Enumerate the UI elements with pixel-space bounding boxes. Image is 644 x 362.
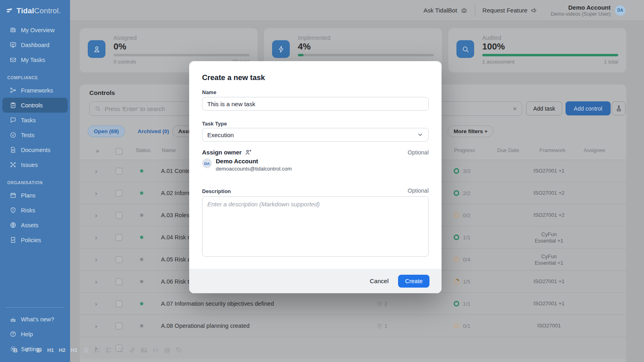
progress-ring-icon [453, 300, 460, 307]
status-dot [140, 191, 143, 195]
owner-row[interactable]: DA Demo Account demoaccounts@tidalcontro… [202, 158, 292, 172]
sidebar-item-help[interactable]: Help [2, 327, 68, 341]
sidebar-item-documents[interactable]: Documents [2, 142, 68, 157]
expand-all-icon[interactable]: » [96, 147, 99, 154]
account-avatar[interactable]: DA [615, 5, 625, 16]
flask-button[interactable] [612, 101, 625, 115]
column-header-progress[interactable]: Progress [454, 147, 475, 153]
row-expand-icon[interactable]: › [95, 249, 97, 271]
task-list-icon[interactable] [105, 344, 112, 356]
sidebar-item-plans[interactable]: Plans [2, 188, 68, 203]
brand-name: TidalControl. [17, 6, 61, 15]
row-checkbox[interactable] [116, 212, 122, 219]
framework-cell: CyFunEssential +1 [518, 231, 580, 244]
cancel-button[interactable]: Cancel [370, 278, 389, 284]
row-expand-icon[interactable]: › [95, 293, 97, 315]
select-all-checkbox[interactable] [116, 148, 122, 155]
heading-2-button[interactable]: H2 [59, 344, 66, 356]
row-expand-icon[interactable]: › [95, 160, 97, 182]
link-icon[interactable] [129, 344, 136, 356]
sidebar-divider [6, 307, 64, 308]
image-icon[interactable] [140, 344, 147, 356]
column-header-due-date[interactable]: Due Date [497, 147, 519, 153]
brand-mark-icon [6, 7, 14, 14]
sidebar-item-label: Plans [21, 192, 35, 199]
row-checkbox[interactable] [116, 190, 122, 197]
policy-icon [10, 237, 17, 243]
sidebar-item-tests[interactable]: Tests [2, 128, 68, 142]
row-checkbox[interactable] [116, 234, 122, 241]
status-dot [140, 280, 143, 283]
row-checkbox[interactable] [116, 168, 122, 175]
blockquote-icon[interactable] [117, 344, 124, 356]
code-icon[interactable] [152, 344, 159, 356]
owner-name: Demo Account [216, 158, 292, 165]
framework-cell: ISO27001 [518, 323, 580, 329]
row-checkbox[interactable] [116, 278, 122, 285]
sidebar-item-my-tasks[interactable]: My Tasks [2, 52, 68, 67]
tab-archived[interactable]: Archived (0) [132, 125, 175, 137]
stats-card-label: Audited [482, 35, 501, 41]
row-expand-icon[interactable]: › [95, 182, 97, 204]
more-filters-button[interactable]: More filters + [448, 125, 493, 137]
row-expand-icon[interactable]: › [95, 226, 97, 249]
progress-count: 1/5 [463, 271, 471, 293]
row-checkbox[interactable] [116, 300, 122, 307]
sidebar-item-risks[interactable]: Risks [2, 203, 68, 218]
task-type-select[interactable]: Execution [202, 128, 429, 142]
heading-1-button[interactable]: H1 [47, 344, 54, 356]
sidebar-item-assets[interactable]: Assets [2, 218, 68, 232]
ordered-list-icon[interactable] [94, 344, 101, 356]
sidebar-item-frameworks[interactable]: Frameworks [2, 83, 68, 98]
column-header-framework[interactable]: Framework [539, 147, 566, 153]
account-menu[interactable]: Demo Account Demo-videos (Super User) [551, 4, 611, 17]
tag-icon [175, 347, 182, 354]
bullet-list-icon[interactable] [82, 344, 89, 356]
stats-card-label: Implemented [298, 35, 330, 41]
tag-icon[interactable] [175, 344, 182, 356]
column-header-status[interactable]: Status [136, 147, 151, 153]
sidebar-item-my-overview[interactable]: My Overview [2, 23, 68, 37]
table-row[interactable]: ›A.07 Information security objectives de… [80, 292, 626, 315]
row-checkbox[interactable] [116, 323, 122, 329]
column-header-name[interactable]: Name [162, 147, 176, 153]
request-feature-button[interactable]: Request Feature [475, 0, 545, 21]
flask-icon [615, 105, 622, 112]
add-task-button[interactable]: Add task [526, 101, 562, 115]
control-name: A.02 Inform [161, 182, 191, 204]
sidebar-item-tasks[interactable]: Tasks [2, 113, 68, 128]
person-plus-icon[interactable] [245, 149, 252, 156]
topbar: Ask TidalBot Request Feature Demo Accoun… [70, 0, 644, 21]
description-textarea[interactable] [202, 196, 429, 257]
mention-icon[interactable]: @ [164, 344, 171, 356]
progress-count: 0/2 [463, 204, 471, 226]
tab-open[interactable]: Open (69) [88, 125, 125, 137]
ask-tidalbot-button[interactable]: Ask TidalBot [416, 0, 475, 21]
status-dot [140, 236, 143, 239]
sidebar-section-compliance: COMPLIANCE [0, 67, 70, 83]
heading-3-button[interactable]: H3 [70, 344, 77, 356]
italic-button[interactable]: I [24, 344, 31, 356]
bold-button[interactable]: B [12, 344, 19, 356]
row-expand-icon[interactable]: › [95, 204, 97, 226]
add-control-button[interactable]: Add control [566, 101, 611, 115]
row-checkbox[interactable] [116, 256, 122, 263]
sidebar-item-issues[interactable]: Issues [2, 157, 68, 172]
column-header-assignee[interactable]: Assignee [584, 147, 605, 153]
sidebar-item-controls[interactable]: Controls [2, 98, 68, 113]
row-expand-icon[interactable]: › [95, 271, 97, 293]
task-name-input[interactable] [202, 97, 429, 111]
progress-ring-icon [453, 168, 460, 174]
sidebar-item-label: Issues [21, 162, 38, 168]
search-clear-icon[interactable]: × [513, 105, 517, 112]
sidebar-item-what-s-new[interactable]: What's new? [2, 312, 68, 327]
row-expand-icon[interactable]: › [95, 315, 97, 337]
status-dot [140, 324, 143, 327]
strikethrough-button[interactable]: S [35, 344, 42, 356]
brand-logo[interactable]: TidalControl. [0, 0, 70, 19]
table-row[interactable]: ›A.08 Operational planning created10/1IS… [80, 315, 626, 337]
sidebar-item-policies[interactable]: Policies [2, 232, 68, 247]
progress-ring-icon [453, 256, 460, 263]
sidebar-item-dashboard[interactable]: Dashboard [2, 37, 68, 52]
create-button[interactable]: Create [398, 275, 429, 288]
